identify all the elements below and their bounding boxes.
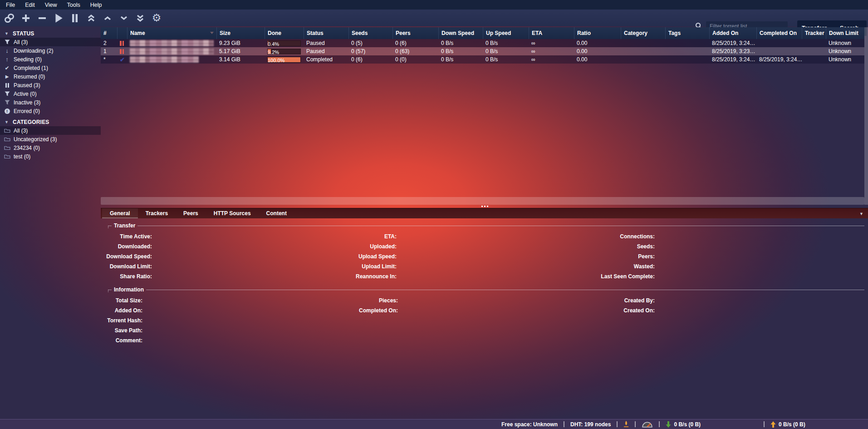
- sidebar-item-completed[interactable]: ✔ Completed (1): [0, 64, 101, 72]
- play-icon: ▶: [3, 74, 11, 79]
- horizontal-scrollbar[interactable]: [101, 197, 864, 205]
- torrent-name-redacted: [130, 40, 214, 46]
- sidebar-item-inactive[interactable]: Inactive (3): [0, 98, 101, 107]
- torrent-table-header: # Name Size Done Status Seeds Peers Down…: [101, 27, 864, 39]
- move-bottom-icon[interactable]: [135, 12, 146, 25]
- resume-icon[interactable]: [53, 12, 64, 25]
- col-header-ratio[interactable]: Ratio: [574, 27, 621, 39]
- label-total-size: Total Size:: [116, 297, 142, 304]
- sidebar-category-uncategorized[interactable]: Uncategorized (3): [0, 135, 101, 143]
- torrent-row[interactable]: 1 5.17 GiB 9.2% Paused 0 (57) 0 (63) 0 B…: [101, 47, 864, 55]
- detail-tab-bar: General Trackers Peers HTTP Sources Cont…: [101, 208, 868, 218]
- error-icon: !: [3, 108, 11, 114]
- sidebar-item-all[interactable]: All (3): [0, 38, 101, 46]
- col-header-name[interactable]: Name: [127, 27, 216, 39]
- status-section-header[interactable]: ▼ STATUS: [0, 29, 101, 38]
- menu-file[interactable]: File: [1, 0, 20, 10]
- filter-icon: [3, 39, 11, 44]
- download-speed-icon: [666, 421, 671, 428]
- menu-view[interactable]: View: [40, 0, 62, 10]
- add-torrent-icon[interactable]: [20, 12, 31, 25]
- information-section: Information Total Size: Pieces: Created …: [108, 286, 864, 345]
- col-header-peers[interactable]: Peers: [392, 27, 438, 39]
- detail-tab-content[interactable]: Content: [259, 208, 294, 218]
- upload-arrow-icon: ↑: [3, 56, 11, 62]
- completed-check-icon: ✔: [120, 57, 125, 63]
- label-connections: Connections:: [620, 233, 655, 240]
- detail-tab-trackers[interactable]: Trackers: [138, 208, 176, 218]
- sidebar-item-seeding[interactable]: ↑ Seeding (0): [0, 55, 101, 64]
- settings-gear-icon[interactable]: ⚙: [151, 12, 162, 25]
- label-downloaded: Downloaded:: [118, 243, 152, 250]
- move-down-icon[interactable]: [118, 12, 129, 25]
- detail-tab-general[interactable]: General: [102, 208, 138, 218]
- progress-bar: 0.4%: [267, 40, 301, 46]
- qbittorrent-webui: File Edit View Tools Help: [0, 0, 868, 429]
- label-created-by: Created By:: [624, 297, 655, 304]
- col-header-up-speed[interactable]: Up Speed: [483, 27, 529, 39]
- col-header-num[interactable]: #: [101, 27, 117, 39]
- col-header-seeds[interactable]: Seeds: [348, 27, 392, 39]
- detail-tab-peers[interactable]: Peers: [176, 208, 206, 218]
- folder-icon: [3, 145, 11, 150]
- col-header-completed-on[interactable]: Completed On: [756, 27, 802, 39]
- torrent-row[interactable]: * ✔ 3.14 GiB 100.0% Completed 0 (6) 0 (0…: [101, 55, 864, 64]
- col-header-category[interactable]: Category: [621, 27, 665, 39]
- sidebar-item-errored[interactable]: ! Errored (0): [0, 107, 101, 115]
- progress-bar: 100.0%: [267, 57, 301, 63]
- sidebar-category-test[interactable]: test (0): [0, 152, 101, 161]
- checkmark-icon: ✔: [3, 65, 11, 71]
- move-top-icon[interactable]: [86, 12, 97, 25]
- filter-icon: [3, 91, 11, 96]
- torrent-row[interactable]: 2 9.23 GiB 0.4% Paused 0 (5) 0 (6) 0 B/s…: [101, 39, 864, 47]
- sidebar-item-downloading[interactable]: ↓ Downloading (2): [0, 46, 101, 55]
- menu-edit[interactable]: Edit: [20, 0, 40, 10]
- sort-arrow-icon: [210, 32, 214, 34]
- sidebar-item-paused[interactable]: Paused (3): [0, 81, 101, 89]
- menu-bar: File Edit View Tools Help: [0, 0, 868, 10]
- pause-icon[interactable]: [69, 12, 80, 25]
- label-uploaded: Uploaded:: [370, 243, 397, 250]
- toolbar: ⚙ Transfers Search: [0, 10, 868, 26]
- col-header-tags[interactable]: Tags: [665, 27, 709, 39]
- panel-collapse-caret-icon[interactable]: ▼: [859, 212, 863, 216]
- col-header-added-on[interactable]: Added On: [709, 27, 756, 39]
- download-arrow-icon: ↓: [3, 48, 11, 54]
- dht-nodes-label[interactable]: DHT: 199 nodes: [570, 421, 611, 428]
- col-header-eta[interactable]: ETA: [529, 27, 574, 39]
- alt-speed-limits-icon[interactable]: [642, 421, 653, 428]
- col-header-tracker[interactable]: Tracker: [802, 27, 826, 39]
- label-peers: Peers:: [638, 253, 655, 260]
- connection-status-icon[interactable]: [623, 421, 629, 428]
- detail-tab-http-sources[interactable]: HTTP Sources: [206, 208, 259, 218]
- label-seeds: Seeds:: [637, 243, 655, 250]
- col-header-down-limit[interactable]: Down Limit: [826, 27, 864, 39]
- sidebar-item-active[interactable]: Active (0): [0, 89, 101, 98]
- vertical-scrollbar[interactable]: [864, 27, 868, 205]
- col-header-state[interactable]: [117, 27, 127, 39]
- link-icon[interactable]: [4, 12, 15, 25]
- global-download-speed[interactable]: 0 B/s (0 B): [666, 421, 701, 428]
- menu-tools[interactable]: Tools: [62, 0, 85, 10]
- splitter-handle[interactable]: [481, 206, 483, 207]
- col-header-done[interactable]: Done: [265, 27, 304, 39]
- move-up-icon[interactable]: [102, 12, 113, 25]
- sidebar-category-all[interactable]: All (3): [0, 126, 101, 135]
- categories-section-header[interactable]: ▼ CATEGORIES: [0, 118, 101, 126]
- col-header-size[interactable]: Size: [216, 27, 265, 39]
- label-wasted: Wasted:: [634, 263, 655, 270]
- col-header-status[interactable]: Status: [304, 27, 348, 39]
- col-header-down-speed[interactable]: Down Speed: [438, 27, 483, 39]
- global-upload-speed[interactable]: 0 B/s (0 B): [770, 421, 805, 428]
- delete-torrent-icon[interactable]: [37, 12, 48, 25]
- torrent-name-redacted: [130, 48, 214, 54]
- menu-help[interactable]: Help: [85, 0, 107, 10]
- sidebar-item-resumed[interactable]: ▶ Resumed (0): [0, 72, 101, 81]
- status-bar: Free space: Unknown DHT: 199 nodes 0 B/s…: [0, 419, 868, 429]
- main-area: # Name Size Done Status Seeds Peers Down…: [101, 26, 868, 419]
- panel-splitter[interactable]: [101, 205, 868, 208]
- sidebar-category-234234[interactable]: 234234 (0): [0, 143, 101, 152]
- information-section-title: Information: [112, 286, 146, 293]
- statusbar-separator: [659, 421, 660, 427]
- upload-speed-icon: [770, 421, 776, 428]
